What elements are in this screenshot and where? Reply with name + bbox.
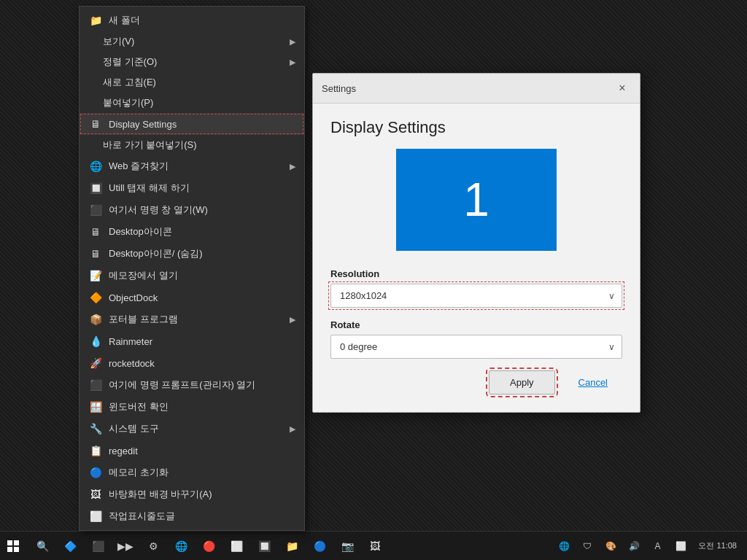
dialog-heading: Display Settings — [330, 118, 622, 137]
taskbar-icon-search[interactable]: 🔍 — [29, 533, 55, 559]
arrow-icon: ▶ — [290, 424, 295, 434]
taskbar-icon-11[interactable]: 📷 — [334, 533, 360, 559]
dialog-titlebar: Settings × — [313, 74, 640, 104]
menu-item-desktop-icon[interactable]: 🖥 Desktop아이콘 — [80, 221, 304, 243]
taskbar-settings-icon[interactable]: ⬜ — [670, 533, 691, 559]
menu-label: 바탕화면 배경 바꾸기(A) — [109, 488, 212, 501]
taskbar-icons: 🔍 🔷 ⬛ ▶▶ ⚙ 🌐 🔴 ⬜ 🔲 📁 🔵 📷 🖼 — [26, 533, 554, 559]
taskbar-icon-2[interactable]: ⬛ — [85, 533, 111, 559]
menu-item-utill[interactable]: 🔲 Utill 탭재 해제 하기 — [80, 177, 304, 199]
cancel-button[interactable]: Cancel — [564, 370, 622, 394]
taskbar-icon-12[interactable]: 🖼 — [362, 533, 388, 559]
rainmeter-icon: 💧 — [88, 334, 103, 349]
menu-item-wallpaper[interactable]: 🖼 바탕화면 배경 바꾸기(A) — [80, 483, 304, 505]
tools-icon: 🔧 — [88, 421, 103, 436]
utill-icon: 🔲 — [88, 181, 103, 195]
taskbar-icon-9[interactable]: 📁 — [279, 533, 305, 559]
menu-item-display-settings[interactable]: 🖥 Display Settings — [80, 113, 304, 135]
menu-item-cmd-here[interactable]: ⬛ 여기서 명령 창 열기(W) — [80, 199, 304, 221]
wallpaper-icon: 🖼 — [88, 487, 103, 502]
taskbar-icon-5[interactable]: 🌐 — [168, 533, 194, 559]
arrow-icon: ▶ — [290, 37, 295, 47]
menu-item-web[interactable]: 🌐 Web 즐겨찾기 ▶ — [80, 155, 304, 177]
taskbar-icon-4[interactable]: ⚙ — [140, 533, 166, 559]
rotate-dropdown-wrapper: 0 degree 90 degree 180 degree 270 degree… — [330, 335, 622, 359]
dialog-body: Display Settings 1 Resolution 1280x1024 … — [313, 104, 640, 412]
menu-item-explorer[interactable]: 📂 탐색기 다시시작 — [80, 527, 304, 531]
menu-item-winver[interactable]: 🪟 윈도버전 확인 — [80, 396, 304, 418]
menu-label: 새로 고침(E) — [103, 76, 156, 89]
menu-label: 정렬 기준(O) — [103, 55, 157, 69]
network-icon[interactable]: 🌐 — [554, 533, 574, 559]
menu-item-taskbar[interactable]: ⬜ 작업표시줄도글 — [80, 505, 304, 527]
menu-item-desktop-hide[interactable]: 🖥 Desktop아이콘/ (숨김) — [80, 243, 304, 265]
taskbar-icon-8[interactable]: 🔲 — [251, 533, 277, 559]
portable-icon: 📦 — [88, 312, 103, 327]
cmd-icon: ⬛ — [88, 203, 103, 217]
taskbar-clock[interactable]: 오전 11:08 — [694, 540, 741, 551]
menu-label: 메모리 초기화 — [109, 466, 169, 479]
menu-label: rocketdock — [109, 358, 155, 369]
menu-label: 여기에 명령 프롬프트(관리자) 열기 — [109, 378, 256, 392]
menu-item-regedit[interactable]: 📋 regedit — [80, 440, 304, 462]
menu-label: 메모장에서 열기 — [109, 269, 178, 282]
menu-label: 시스템 도구 — [109, 422, 159, 435]
rocketdock-icon: 🚀 — [88, 356, 103, 370]
menu-label: 작업표시줄도글 — [109, 510, 175, 523]
menu-item-cmd-admin[interactable]: ⬛ 여기에 명령 프롬프트(관리자) 열기 — [80, 374, 304, 396]
resolution-dropdown[interactable]: 1280x1024 1920x1080 747x560 — [330, 284, 622, 308]
rotate-label: Rotate — [330, 319, 622, 330]
rotate-dropdown[interactable]: 0 degree 90 degree 180 degree 270 degree — [330, 335, 622, 359]
color-icon[interactable]: 🎨 — [600, 533, 621, 559]
menu-item-rainmeter[interactable]: 💧 Rainmeter — [80, 330, 304, 352]
web-icon: 🌐 — [88, 159, 103, 174]
taskbar-icon-7[interactable]: ⬜ — [223, 533, 249, 559]
font-icon[interactable]: A — [647, 533, 667, 559]
menu-label: 붙여넣기(P) — [103, 96, 153, 109]
taskbar-icon-3[interactable]: ▶▶ — [112, 533, 139, 559]
objectdock-icon: 🔶 — [88, 290, 103, 305]
menu-item-objectdock[interactable]: 🔶 ObjectDock — [80, 287, 304, 308]
menu-item-sort[interactable]: 정렬 기준(O) ▶ — [80, 52, 304, 72]
menu-item-new-folder[interactable]: 📁 새 폴더 — [80, 9, 304, 31]
taskbar-icon-10[interactable]: 🔵 — [306, 533, 333, 559]
notepad-icon: 📝 — [88, 268, 103, 283]
context-menu: 📁 새 폴더 보기(V) ▶ 정렬 기준(O) ▶ 새로 고침(E) 붙여넣기(… — [79, 6, 305, 531]
monitor-icon: 🖥 — [88, 117, 103, 131]
menu-item-paste: 붙여넣기(P) — [80, 93, 304, 113]
taskbar: 🔍 🔷 ⬛ ▶▶ ⚙ 🌐 🔴 ⬜ 🔲 📁 🔵 📷 🖼 🌐 🛡 🎨 🔊 A ⬜ 오… — [0, 531, 747, 560]
menu-item-view[interactable]: 보기(V) ▶ — [80, 31, 304, 52]
menu-label: regedit — [109, 446, 138, 456]
menu-label: ObjectDock — [109, 292, 158, 303]
dialog-buttons: Apply Cancel — [330, 370, 622, 394]
menu-label: Desktop아이콘/ (숨김) — [109, 247, 203, 260]
menu-label: Utill 탭재 해제 하기 — [109, 182, 190, 195]
menu-item-refresh[interactable]: 새로 고침(E) — [80, 72, 304, 93]
menu-item-rocketdock[interactable]: 🚀 rocketdock — [80, 352, 304, 374]
menu-item-memory[interactable]: 🔵 메모리 초기화 — [80, 462, 304, 483]
resolution-dropdown-wrapper: 1280x1024 1920x1080 747x560 ∨ — [330, 284, 622, 308]
menu-label: 여기서 명령 창 열기(W) — [109, 203, 208, 217]
close-button[interactable]: × — [614, 79, 631, 97]
taskbar-icon-6[interactable]: 🔴 — [196, 533, 222, 559]
shield-icon[interactable]: 🛡 — [577, 533, 597, 559]
monitor-preview: 1 — [330, 149, 622, 251]
menu-item-notepad[interactable]: 📝 메모장에서 열기 — [80, 265, 304, 287]
speaker-icon[interactable]: 🔊 — [624, 533, 644, 559]
folder-icon: 📁 — [88, 13, 103, 28]
cmd-admin-icon: ⬛ — [88, 378, 103, 392]
taskbar-icon-1[interactable]: 🔷 — [57, 533, 83, 559]
regedit-icon: 📋 — [88, 443, 103, 458]
apply-button[interactable]: Apply — [489, 370, 555, 394]
menu-label: Web 즐겨찾기 — [109, 160, 169, 173]
menu-item-system-tools[interactable]: 🔧 시스템 도구 ▶ — [80, 418, 304, 440]
desktop-icon: 🖥 — [88, 225, 103, 239]
taskbar-icon: ⬜ — [88, 509, 103, 524]
menu-item-portable[interactable]: 📦 포터블 프로그램 ▶ — [80, 308, 304, 330]
start-button[interactable] — [0, 533, 26, 559]
menu-item-shortcut-paste[interactable]: 바로 가기 붙여넣기(S) — [80, 135, 304, 155]
windows-logo — [7, 540, 19, 552]
menu-label: 포터블 프로그램 — [109, 313, 178, 326]
menu-label: 새 폴더 — [109, 14, 140, 27]
menu-label: Rainmeter — [109, 336, 152, 347]
